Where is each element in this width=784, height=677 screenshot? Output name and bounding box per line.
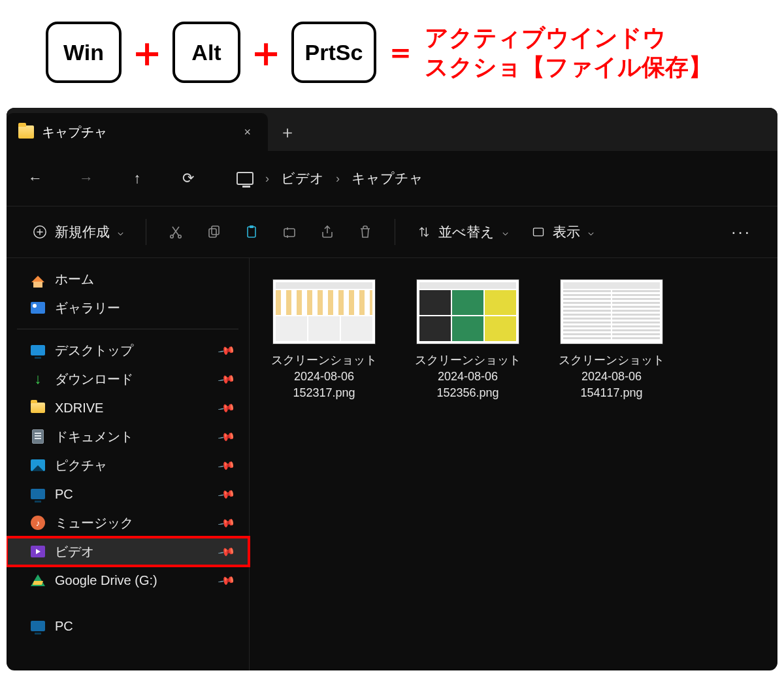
svg-rect-3 [209, 229, 216, 237]
file-grid: スクリーンショット 2024-08-06 152317.png スクリーンショッ… [250, 258, 777, 670]
refresh-button[interactable]: ⟳ [172, 163, 204, 194]
sort-button[interactable]: 並べ替え ⌵ [407, 216, 519, 248]
plus-icon: ＋ [127, 32, 167, 73]
home-icon [30, 272, 46, 286]
sidebar-item-desktop[interactable]: デスクトップ 📌 [7, 336, 249, 365]
sidebar-divider [17, 329, 238, 329]
folder-icon [30, 401, 46, 415]
pictures-icon [30, 458, 46, 472]
nav-row: ← → ↑ ⟳ › ビデオ › キャプチャ [7, 151, 777, 206]
sidebar-item-gdrive[interactable]: Google Drive (G:) 📌 [7, 566, 249, 595]
svg-rect-7 [284, 229, 295, 237]
video-icon [30, 544, 46, 559]
cut-button[interactable] [158, 216, 193, 248]
breadcrumb-item-video[interactable]: ビデオ [281, 169, 324, 188]
sidebar-item-documents[interactable]: ドキュメント 📌 [7, 422, 249, 451]
forward-button[interactable]: → [71, 163, 102, 194]
svg-rect-8 [534, 228, 544, 236]
equals-icon: ＝ [385, 32, 416, 73]
sidebar-label: デスクトップ [55, 342, 133, 359]
gdrive-icon [30, 573, 46, 587]
pin-icon: 📌 [217, 427, 236, 446]
pin-icon: 📌 [217, 513, 236, 532]
sidebar-label: ギャラリー [55, 299, 120, 317]
shortcut-description: アクティブウインドウ スクショ【ファイル保存】 [425, 23, 712, 82]
sidebar-item-pictures[interactable]: ピクチャ 📌 [7, 451, 249, 480]
separator [395, 219, 395, 245]
shortcut-line1: アクティブウインドウ [425, 23, 712, 52]
file-item[interactable]: スクリーンショット 2024-08-06 154117.png [553, 279, 670, 402]
paste-button[interactable] [234, 216, 269, 248]
shortcut-banner: Win ＋ Alt ＋ PrtSc ＝ アクティブウインドウ スクショ【ファイル… [0, 0, 784, 105]
svg-rect-4 [212, 226, 219, 235]
svg-point-2 [178, 235, 181, 238]
sidebar-item-downloads[interactable]: ↓ ダウンロード 📌 [7, 365, 249, 393]
sidebar-label: ドキュメント [55, 428, 133, 446]
sidebar-label: PC [55, 619, 73, 634]
chevron-down-icon: ⌵ [588, 226, 594, 238]
new-button[interactable]: 新規作成 ⌵ [22, 216, 134, 248]
file-name-line2: 2024-08-06 [409, 369, 527, 385]
sidebar: ホーム ギャラリー デスクトップ 📌 ↓ ダウンロード 📌 XDRIVE 📌 [7, 258, 250, 670]
file-name-line3: 154117.png [553, 385, 670, 401]
plus-circle-icon [33, 225, 47, 239]
file-name-line3: 152317.png [265, 385, 383, 401]
thumbnail-icon [272, 279, 376, 344]
sidebar-item-xdrive[interactable]: XDRIVE 📌 [7, 393, 249, 422]
file-name-line1: スクリーンショット [409, 352, 527, 369]
sidebar-item-music[interactable]: ♪ ミュージック 📌 [7, 508, 249, 537]
pin-icon: 📌 [217, 455, 236, 474]
music-icon: ♪ [30, 516, 46, 530]
pin-icon: 📌 [217, 369, 236, 388]
this-pc-icon[interactable] [237, 172, 253, 185]
sidebar-item-home[interactable]: ホーム [7, 265, 249, 293]
key-alt: Alt [172, 22, 240, 83]
key-prtsc: PrtSc [291, 22, 376, 83]
chevron-down-icon: ⌵ [118, 226, 123, 238]
explorer-window: キャプチャ × ＋ ← → ↑ ⟳ › ビデオ › キャプチャ 新規作成 ⌵ [7, 108, 777, 670]
new-tab-button[interactable]: ＋ [268, 113, 307, 151]
tab-bar: キャプチャ × ＋ [7, 108, 777, 151]
file-name-line1: スクリーンショット [265, 352, 383, 369]
sidebar-item-pc[interactable]: PC 📌 [7, 480, 249, 508]
sidebar-item-gallery[interactable]: ギャラリー [7, 293, 249, 322]
sort-label: 並べ替え [438, 223, 495, 241]
file-name-line2: 2024-08-06 [265, 369, 383, 385]
file-name-line2: 2024-08-06 [553, 369, 670, 385]
pin-icon: 📌 [217, 542, 236, 561]
sidebar-label: ビデオ [55, 543, 94, 561]
sidebar-label: ピクチャ [55, 457, 107, 474]
thumbnail-icon [560, 279, 663, 344]
more-button[interactable]: ··· [721, 216, 762, 248]
folder-icon [18, 125, 34, 139]
view-button[interactable]: 表示 ⌵ [521, 216, 604, 248]
rename-button[interactable] [272, 216, 307, 248]
pc-icon [30, 619, 46, 633]
sidebar-label: ホーム [55, 271, 94, 288]
pin-icon: 📌 [217, 340, 236, 359]
breadcrumb-item-capture[interactable]: キャプチャ [351, 169, 423, 188]
sidebar-label: PC [55, 487, 73, 502]
copy-button[interactable] [196, 216, 231, 248]
sidebar-label: XDRIVE [55, 401, 103, 416]
sidebar-item-pc-tree[interactable]: PC [7, 612, 249, 640]
svg-rect-6 [250, 225, 253, 228]
svg-point-1 [171, 235, 173, 238]
key-win: Win [46, 22, 122, 83]
tab-close-button[interactable]: × [238, 123, 256, 142]
shortcut-line2: スクショ【ファイル保存】 [425, 52, 712, 82]
delete-button[interactable] [348, 216, 383, 248]
sidebar-label: Google Drive (G:) [55, 573, 157, 588]
file-item[interactable]: スクリーンショット 2024-08-06 152356.png [409, 279, 527, 402]
pc-icon [30, 487, 46, 501]
chevron-right-icon: › [265, 172, 269, 186]
back-button[interactable]: ← [20, 163, 51, 194]
sidebar-item-video[interactable]: ビデオ 📌 [7, 537, 249, 566]
file-item[interactable]: スクリーンショット 2024-08-06 152317.png [265, 279, 383, 402]
share-button[interactable] [310, 216, 345, 248]
sidebar-label: ダウンロード [55, 371, 133, 388]
up-button[interactable]: ↑ [122, 163, 153, 194]
explorer-body: ホーム ギャラリー デスクトップ 📌 ↓ ダウンロード 📌 XDRIVE 📌 [7, 258, 777, 670]
tab-active[interactable]: キャプチャ × [7, 113, 268, 151]
separator [146, 219, 146, 245]
